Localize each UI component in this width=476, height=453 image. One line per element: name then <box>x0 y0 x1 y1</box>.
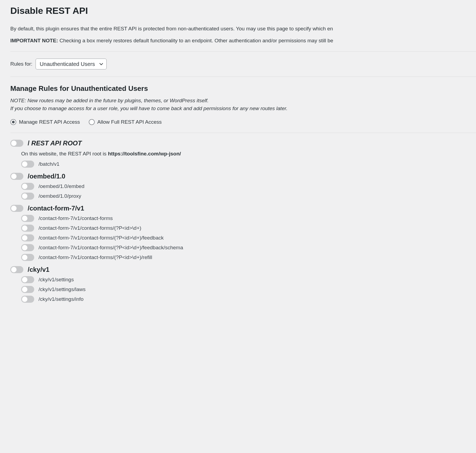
important-note-paragraph: IMPORTANT NOTE: Checking a box merely re… <box>10 38 476 51</box>
radio-manage-access[interactable]: Manage REST API Access <box>10 119 80 125</box>
rules-for-row: Rules for: Unauthenticated Users <box>10 52 476 76</box>
toggle-cf7-refill[interactable] <box>21 254 34 261</box>
route-row: /cky/v1/settings/laws <box>21 286 476 293</box>
route-label: /contact-form-7/v1/contact-forms/(?P<id>… <box>39 245 183 251</box>
toggle-oembed-proxy[interactable] <box>21 193 34 200</box>
page-title: Disable REST API <box>10 5 476 16</box>
route-label: /batch/v1 <box>39 161 59 167</box>
toggle-cf7-feedback-schema[interactable] <box>21 244 34 251</box>
toggle-cf7[interactable] <box>10 205 23 212</box>
route-row: /contact-form-7/v1/contact-forms/(?P<id>… <box>21 234 476 241</box>
route-label: /contact-form-7/v1/contact-forms/(?P<id>… <box>39 225 141 231</box>
route-label: /oembed/1.0/proxy <box>39 193 81 199</box>
route-row: /contact-form-7/v1/contact-forms <box>21 215 476 222</box>
route-note: NOTE: New routes may be added in the fut… <box>10 97 476 113</box>
radio-circle-icon <box>10 119 16 125</box>
root-prefix: / <box>28 139 30 147</box>
toggle-oembed[interactable] <box>10 173 23 180</box>
toggle-cky[interactable] <box>10 266 23 273</box>
route-row: /contact-form-7/v1/contact-forms/(?P<id>… <box>21 244 476 251</box>
toggle-root[interactable] <box>10 140 23 147</box>
route-group-oembed: /oembed/1.0 <box>10 173 476 180</box>
route-row: /contact-form-7/v1/contact-forms/(?P<id>… <box>21 225 476 232</box>
oembed-children: /oembed/1.0/embed /oembed/1.0/proxy <box>21 183 476 200</box>
radio-allow-full-access[interactable]: Allow Full REST API Access <box>89 119 162 125</box>
divider <box>10 133 476 133</box>
route-label: /cky/v1/settings/info <box>39 296 84 302</box>
route-label: /cky/v1/settings/laws <box>39 286 85 292</box>
route-group-cf7: /contact-form-7/v1 <box>10 205 476 212</box>
access-mode-radio-group: Manage REST API Access Allow Full REST A… <box>10 119 476 133</box>
root-group-label: / REST API ROOT <box>28 139 82 147</box>
root-children: /batch/v1 <box>21 161 476 168</box>
group-label: /oembed/1.0 <box>28 173 65 180</box>
toggle-cf7-forms[interactable] <box>21 215 34 222</box>
role-select-wrap: Unauthenticated Users <box>36 59 107 69</box>
route-row: /batch/v1 <box>21 161 476 168</box>
route-label: /oembed/1.0/embed <box>39 183 84 189</box>
root-info-url: https://toolsfine.com/wp-json/ <box>108 151 181 157</box>
toggle-cky-settings[interactable] <box>21 276 34 283</box>
note-line2: If you choose to manage access for a use… <box>10 106 288 111</box>
important-note-text: Checking a box merely restores default f… <box>58 38 333 43</box>
route-label: /contact-form-7/v1/contact-forms/(?P<id>… <box>39 235 164 241</box>
route-group-root: / REST API ROOT <box>10 139 476 147</box>
rules-for-label: Rules for: <box>10 61 32 67</box>
route-row: /cky/v1/settings/info <box>21 296 476 303</box>
divider <box>10 76 476 77</box>
route-row: /contact-form-7/v1/contact-forms/(?P<id>… <box>21 254 476 261</box>
routes-section: / REST API ROOT On this website, the RES… <box>10 139 476 303</box>
section-title: Manage Rules for Unauthenticated Users <box>10 84 476 93</box>
cf7-children: /contact-form-7/v1/contact-forms /contac… <box>21 215 476 261</box>
root-suffix: REST API ROOT <box>30 139 82 147</box>
root-info-prefix: On this website, the REST API root is <box>21 151 108 157</box>
toggle-batch-v1[interactable] <box>21 161 34 168</box>
cky-children: /cky/v1/settings /cky/v1/settings/laws /… <box>21 276 476 303</box>
intro-paragraph: By default, this plugin ensures that the… <box>10 26 476 32</box>
toggle-cky-settings-laws[interactable] <box>21 286 34 293</box>
route-row: /cky/v1/settings <box>21 276 476 283</box>
toggle-cky-settings-info[interactable] <box>21 296 34 303</box>
radio-manage-label: Manage REST API Access <box>19 119 80 125</box>
important-note-label: IMPORTANT NOTE: <box>10 38 58 43</box>
toggle-cf7-form-id[interactable] <box>21 225 34 232</box>
role-select[interactable]: Unauthenticated Users <box>36 59 107 69</box>
radio-circle-icon <box>89 119 95 125</box>
route-label: /contact-form-7/v1/contact-forms <box>39 215 113 221</box>
group-label: /contact-form-7/v1 <box>28 205 84 212</box>
root-info: On this website, the REST API root is ht… <box>21 151 476 157</box>
radio-allow-full-label: Allow Full REST API Access <box>97 119 162 125</box>
note-line1: NOTE: New routes may be added in the fut… <box>10 98 209 103</box>
group-label: /cky/v1 <box>28 266 49 273</box>
route-row: /oembed/1.0/embed <box>21 183 476 190</box>
toggle-oembed-embed[interactable] <box>21 183 34 190</box>
route-label: /contact-form-7/v1/contact-forms/(?P<id>… <box>39 254 152 260</box>
route-label: /cky/v1/settings <box>39 277 74 283</box>
route-group-cky: /cky/v1 <box>10 266 476 273</box>
route-row: /oembed/1.0/proxy <box>21 193 476 200</box>
toggle-cf7-feedback[interactable] <box>21 234 34 241</box>
